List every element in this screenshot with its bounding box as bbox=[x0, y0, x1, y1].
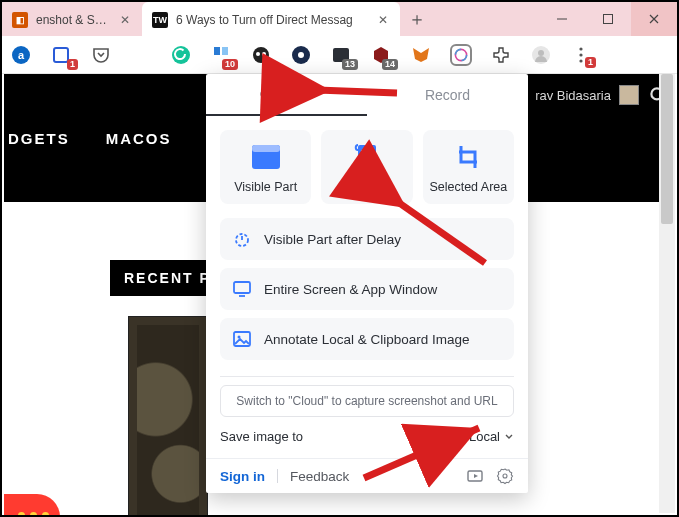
row-label: Annotate Local & Clipboard Image bbox=[264, 332, 470, 347]
svg-point-19 bbox=[579, 59, 582, 62]
svg-rect-23 bbox=[358, 145, 376, 169]
svg-rect-28 bbox=[234, 332, 250, 346]
nav-item[interactable]: MACOS bbox=[106, 130, 172, 147]
tile-selected-area[interactable]: Selected Area bbox=[423, 130, 514, 204]
svg-point-17 bbox=[579, 47, 582, 50]
crop-icon bbox=[453, 144, 483, 170]
badge: 1 bbox=[67, 59, 78, 70]
svg-rect-25 bbox=[361, 154, 373, 156]
timer-icon bbox=[232, 229, 252, 249]
browser-menu-button[interactable]: 1 bbox=[570, 44, 592, 66]
favicon-generic: ◧ bbox=[12, 12, 28, 28]
svg-point-8 bbox=[256, 52, 260, 56]
nav-item[interactable]: DGETS bbox=[8, 130, 70, 147]
row-visible-delay[interactable]: Visible Part after Delay bbox=[220, 218, 514, 260]
extensions-menu-icon[interactable] bbox=[490, 44, 512, 66]
badge: 1 bbox=[585, 57, 596, 68]
chat-bubble-icon[interactable] bbox=[4, 494, 60, 517]
avatar[interactable] bbox=[619, 85, 639, 105]
metamask-icon[interactable] bbox=[410, 44, 432, 66]
tile-label: Full Page bbox=[341, 180, 394, 194]
tab-inactive[interactable]: ◧ enshot & Screen R ✕ bbox=[2, 2, 142, 36]
popup-tabs: Capture Record bbox=[206, 74, 528, 116]
svg-point-11 bbox=[298, 52, 304, 58]
tile-label: Visible Part bbox=[234, 180, 297, 194]
extension-icon[interactable]: a bbox=[10, 44, 32, 66]
tab-inactive-title: enshot & Screen R bbox=[36, 13, 110, 27]
row-label: Visible Part after Delay bbox=[264, 232, 401, 247]
tile-full-page[interactable]: Full Page bbox=[321, 130, 412, 204]
save-image-to-label: Save image to bbox=[220, 429, 303, 444]
badge: 14 bbox=[382, 59, 398, 70]
divider bbox=[277, 469, 278, 483]
vertical-scrollbar[interactable] bbox=[659, 74, 675, 513]
svg-point-31 bbox=[503, 474, 507, 478]
chevron-down-icon bbox=[504, 432, 514, 442]
divider bbox=[206, 458, 528, 459]
favicon-tw: TW bbox=[152, 12, 168, 28]
pocket-icon[interactable] bbox=[90, 44, 112, 66]
profile-icon[interactable] bbox=[530, 44, 552, 66]
svg-text:a: a bbox=[18, 49, 25, 61]
extensions-toolbar: a 1 10 13 14 1 bbox=[2, 36, 677, 74]
extension-icon[interactable]: 13 bbox=[330, 44, 352, 66]
screenshot-popup: Capture Record Visible Part Full Page Se… bbox=[206, 74, 528, 493]
tab-record[interactable]: Record bbox=[367, 74, 528, 116]
svg-rect-5 bbox=[214, 47, 220, 55]
close-icon[interactable]: ✕ bbox=[118, 13, 132, 27]
tile-visible-part[interactable]: Visible Part bbox=[220, 130, 311, 204]
svg-rect-22 bbox=[252, 145, 280, 152]
extension-icon[interactable] bbox=[250, 44, 272, 66]
site-nav: DGETS MACOS L bbox=[4, 130, 219, 147]
badge: 13 bbox=[342, 59, 358, 70]
save-target-select[interactable]: Local bbox=[469, 429, 514, 444]
svg-point-18 bbox=[579, 53, 582, 56]
grammarly-icon[interactable] bbox=[170, 44, 192, 66]
feedback-link[interactable]: Feedback bbox=[290, 469, 349, 484]
badge: 10 bbox=[222, 59, 238, 70]
svg-rect-24 bbox=[361, 150, 373, 152]
row-label: Entire Screen & App Window bbox=[264, 282, 437, 297]
sign-in-link[interactable]: Sign in bbox=[220, 469, 265, 484]
nimbus-icon[interactable] bbox=[450, 44, 472, 66]
window-minimize-button[interactable] bbox=[539, 2, 585, 36]
tab-capture[interactable]: Capture bbox=[206, 74, 367, 116]
window-maximize-button[interactable] bbox=[585, 2, 631, 36]
extension-icon[interactable] bbox=[290, 44, 312, 66]
window-close-button[interactable] bbox=[631, 2, 677, 36]
extension-icon[interactable]: 14 bbox=[370, 44, 392, 66]
row-entire-screen[interactable]: Entire Screen & App Window bbox=[220, 268, 514, 310]
browser-window-icon bbox=[251, 144, 281, 170]
svg-point-9 bbox=[262, 52, 266, 56]
svg-rect-27 bbox=[234, 282, 250, 293]
tile-label: Selected Area bbox=[429, 180, 507, 194]
gear-icon[interactable] bbox=[496, 467, 514, 485]
tab-active-title: 6 Ways to Turn off Direct Messag bbox=[176, 13, 368, 27]
cloud-switch-pill[interactable]: Switch to "Cloud" to capture screenshot … bbox=[220, 385, 514, 417]
extension-icon[interactable] bbox=[130, 44, 152, 66]
extension-icon[interactable]: 10 bbox=[210, 44, 232, 66]
new-tab-button[interactable]: ＋ bbox=[400, 2, 434, 36]
browser-titlebar: ◧ enshot & Screen R ✕ TW 6 Ways to Turn … bbox=[2, 2, 677, 36]
post-thumbnail[interactable] bbox=[128, 316, 208, 517]
svg-rect-6 bbox=[222, 47, 228, 55]
row-annotate[interactable]: Annotate Local & Clipboard Image bbox=[220, 318, 514, 360]
divider bbox=[220, 376, 514, 377]
svg-point-7 bbox=[253, 47, 269, 63]
video-icon[interactable] bbox=[466, 467, 484, 485]
author-name: rav Bidasaria bbox=[535, 88, 611, 103]
monitor-icon bbox=[232, 279, 252, 299]
tab-active[interactable]: TW 6 Ways to Turn off Direct Messag ✕ bbox=[142, 2, 400, 36]
svg-rect-0 bbox=[604, 15, 613, 24]
image-icon bbox=[232, 329, 252, 349]
page-scroll-icon bbox=[352, 144, 382, 170]
svg-rect-3 bbox=[54, 48, 68, 62]
svg-point-16 bbox=[538, 50, 544, 56]
close-icon[interactable]: ✕ bbox=[376, 13, 390, 27]
scrollbar-thumb[interactable] bbox=[661, 74, 673, 224]
extension-icon[interactable]: 1 bbox=[50, 44, 72, 66]
